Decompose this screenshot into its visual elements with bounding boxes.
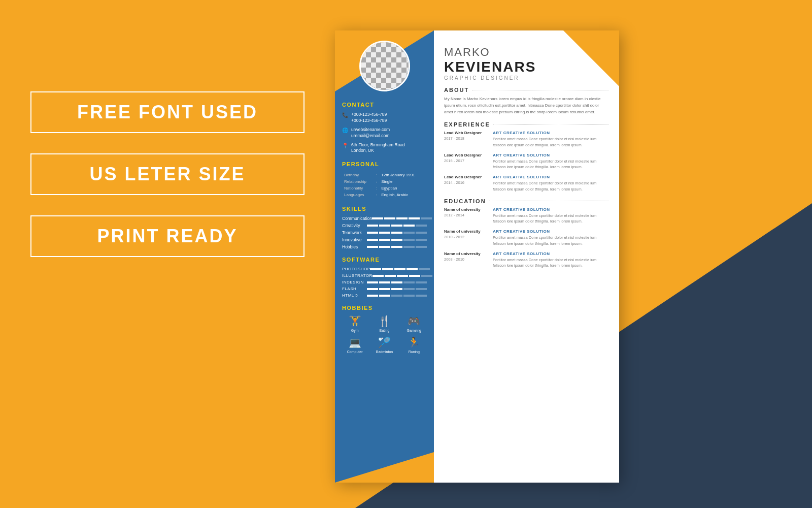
- software-bar: [367, 288, 378, 290]
- software-name: INDESIGN: [342, 280, 364, 284]
- software-name: PHOTOSHOP: [342, 267, 370, 271]
- education-item: Name of university 2012 - 2014 ART CREAT…: [444, 207, 609, 225]
- software-bar: [385, 275, 396, 277]
- skill-bars: [367, 232, 427, 234]
- skill-bar: [403, 232, 415, 234]
- hobby-label: Gameing: [407, 329, 421, 332]
- software-bar: [379, 288, 390, 290]
- about-text: My Name Is Marho Kevienars lorem empus i…: [444, 96, 609, 115]
- skills-title: SKILLS: [342, 206, 427, 212]
- software-bar: [416, 288, 427, 290]
- sidebar-bottom-triangle: [335, 452, 434, 483]
- exp-desc: Portiitor amet massa Done cportiitor dol…: [493, 158, 609, 170]
- relationship-label: Relationship: [343, 179, 374, 184]
- edu-right: ART CREATIVE SOLUTION Portiitor amet mas…: [493, 207, 609, 225]
- skill-bar: [391, 232, 402, 234]
- resume-sidebar: CONTACT 📞 +000-123-456-789+000-123-456-7…: [335, 30, 434, 483]
- relationship-value: Single: [380, 179, 426, 184]
- nationality-value: Egyptian: [380, 185, 426, 191]
- hobby-icon: 🏸: [378, 336, 391, 348]
- software-item: PHOTOSHOP: [342, 267, 427, 271]
- hobby-label: Badminton: [376, 350, 393, 354]
- hobby-icon: 🏋: [349, 315, 361, 327]
- skill-bar: [367, 246, 378, 248]
- skill-bar: [391, 225, 402, 227]
- software-item: HTML 5: [342, 293, 427, 298]
- skill-bar: [396, 217, 408, 219]
- edu-years: 2010 - 2012: [444, 235, 490, 239]
- skill-bar: [391, 239, 402, 241]
- skill-bars: [367, 225, 427, 227]
- exp-left: Lead Web Designer 2017 - 2018: [444, 131, 490, 148]
- edu-company: ART CREATIVE SOLUTION: [493, 229, 609, 234]
- hobby-icon: 🍴: [378, 315, 391, 327]
- skill-item: Communication: [342, 216, 427, 221]
- skill-bar: [379, 232, 390, 234]
- skill-name: Innovative: [342, 237, 362, 242]
- hobby-item: 🎮Gameing: [401, 315, 427, 332]
- software-bar: [391, 288, 402, 290]
- skill-bar: [379, 225, 390, 227]
- edu-desc: Portiitor amet massa Done cportiitor dol…: [493, 235, 609, 246]
- software-bar: [419, 268, 430, 270]
- software-list: PHOTOSHOPILLUSTRATORINDESIGNFLASHHTML 5: [342, 267, 427, 298]
- exp-left: Lead Web Designer 2016 - 2017: [444, 153, 490, 170]
- software-bars: [367, 295, 427, 297]
- edu-desc: Portiitor amet massa Done cportiitor dol…: [493, 257, 609, 269]
- software-item: ILLUSTRATOR: [342, 273, 427, 278]
- hobby-label: Computer: [347, 350, 363, 354]
- software-title: SOFTWARE: [342, 257, 427, 263]
- skill-bar: [403, 239, 415, 241]
- birthday-label: Birthday: [343, 172, 374, 178]
- email-text: urwebsitename.comuremail@email.com: [351, 127, 390, 139]
- skill-bar: [379, 239, 390, 241]
- edu-right: ART CREATIVE SOLUTION Portiitor amet mas…: [493, 251, 609, 269]
- contact-address: 📍 6th Floor, Birmingham RoadLondon, UK: [342, 142, 427, 154]
- software-bar: [407, 268, 418, 270]
- exp-job-title: Lead Web Designer: [444, 153, 490, 157]
- software-item: INDESIGN: [342, 280, 427, 284]
- skill-bar: [403, 246, 415, 248]
- resume-card: CONTACT 📞 +000-123-456-789+000-123-456-7…: [335, 30, 619, 483]
- software-item: FLASH: [342, 287, 427, 291]
- phone-text: +000-123-456-789+000-123-456-789: [351, 112, 387, 124]
- software-name: ILLUSTRATOR: [342, 273, 373, 278]
- hobby-item: 💻Computer: [342, 336, 367, 354]
- exp-years: 2017 - 2018: [444, 136, 490, 141]
- edu-desc: Portiitor amet massa Done cportiitor dol…: [493, 213, 609, 225]
- software-bar: [403, 295, 415, 297]
- contact-title: CONTACT: [342, 102, 427, 108]
- software-bar: [391, 281, 402, 283]
- software-bar: [409, 275, 420, 277]
- personal-nationality-row: Nationality : Egyptian: [343, 185, 426, 191]
- nationality-label: Nationality: [343, 185, 374, 191]
- skills-list: CommunicationCreativityTeamworkInnovativ…: [342, 216, 427, 249]
- software-bar: [367, 295, 378, 297]
- education-section-title: EDUCATION: [444, 198, 609, 204]
- software-bar: [403, 281, 415, 283]
- address-text: 6th Floor, Birmingham RoadLondon, UK: [351, 142, 405, 154]
- skill-bars: [367, 246, 427, 248]
- hobbies-title: HOBBIES: [342, 305, 427, 311]
- edu-left: Name of university 2008 - 2010: [444, 251, 490, 269]
- software-bar: [379, 281, 390, 283]
- personal-table: Birthday : 12th January 1991 Relationshi…: [342, 171, 427, 199]
- edu-company: ART CREATIVE SOLUTION: [493, 207, 609, 212]
- software-bars: [367, 281, 427, 283]
- software-bar: [373, 275, 384, 277]
- software-bars: [370, 268, 430, 270]
- exp-left: Lead Web Designer 2014 - 2016: [444, 175, 490, 192]
- skill-bar: [379, 246, 390, 248]
- exp-years: 2016 - 2017: [444, 158, 490, 163]
- skill-bar: [367, 232, 378, 234]
- profile-photo: [359, 41, 410, 91]
- personal-relationship-row: Relationship : Single: [343, 179, 426, 184]
- about-section-title: ABOUT: [444, 87, 609, 93]
- software-bars: [367, 288, 427, 290]
- skill-bars: [367, 239, 427, 241]
- skill-item: Teamwork: [342, 230, 427, 235]
- skill-bar: [372, 217, 383, 219]
- software-bar: [394, 268, 405, 270]
- globe-icon: 🌐: [342, 128, 348, 133]
- skill-item: Hobbies: [342, 244, 427, 249]
